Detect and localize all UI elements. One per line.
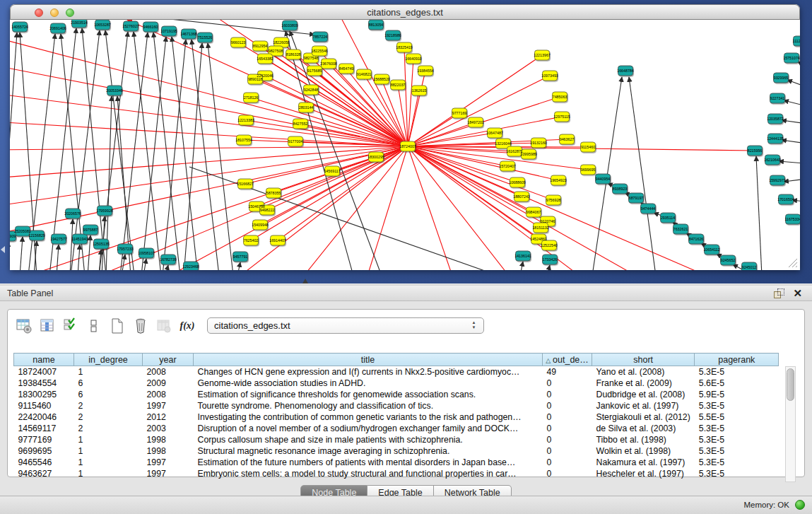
- graph-edge[interactable]: [99, 32, 128, 270]
- graph-edge[interactable]: [782, 140, 800, 144]
- column-header-pagerank[interactable]: pagerank: [695, 354, 779, 366]
- column-header-name[interactable]: name: [14, 354, 74, 366]
- cell-short[interactable]: Tibbo et al. (1998): [592, 434, 695, 445]
- network-canvas[interactable]: 1405572420691406219035141065328715276027…: [10, 20, 800, 270]
- graph-edge[interactable]: [57, 245, 59, 270]
- cell-out_degree[interactable]: 0: [543, 434, 592, 445]
- network-window-titlebar[interactable]: citations_edges.txt: [10, 4, 800, 20]
- cell-year[interactable]: 1997: [143, 400, 194, 411]
- cell-out_degree[interactable]: 0: [543, 411, 592, 423]
- cell-title[interactable]: Estimation of the future numbers of pati…: [194, 457, 543, 468]
- cell-short[interactable]: Stergiakouli et al. (2012): [592, 411, 695, 423]
- cell-in_degree[interactable]: 2: [74, 411, 143, 423]
- cell-short[interactable]: Yano et al. (2008): [592, 366, 695, 378]
- graph-edge[interactable]: [10, 146, 408, 150]
- cell-year[interactable]: 2003: [143, 423, 194, 434]
- cell-year[interactable]: 1997: [143, 468, 194, 479]
- cell-pagerank[interactable]: 5.3E-5: [695, 457, 779, 468]
- column-header-out_degree[interactable]: △out_de…: [543, 354, 592, 366]
- memory-status-indicator[interactable]: [795, 500, 805, 510]
- cell-title[interactable]: Genome-wide association studies in ADHD.: [194, 378, 543, 389]
- cell-year[interactable]: 2008: [143, 389, 194, 400]
- function-builder-button[interactable]: f(x): [178, 317, 196, 335]
- cell-year[interactable]: 1998: [143, 434, 194, 445]
- graph-edge[interactable]: [141, 37, 166, 270]
- graph-edge[interactable]: [547, 265, 550, 270]
- cell-pagerank[interactable]: 5.3E-5: [695, 366, 779, 378]
- graph-edge[interactable]: [782, 120, 800, 124]
- graph-edge[interactable]: [143, 259, 146, 270]
- graph-edge[interactable]: [798, 62, 800, 71]
- network-graph[interactable]: 1405572420691406219035141065328715276027…: [10, 20, 800, 270]
- cell-short[interactable]: Dudbridge et al. (2008): [592, 389, 695, 400]
- cell-short[interactable]: de Silva et al. (2003): [592, 423, 695, 434]
- cell-year[interactable]: 2009: [143, 378, 194, 389]
- delete-table-button[interactable]: [155, 317, 173, 335]
- cell-short[interactable]: Jankovic et al. (1997): [592, 400, 695, 411]
- cell-title[interactable]: Estimation of significance thresholds fo…: [194, 389, 543, 400]
- table-row[interactable]: 1872400712008Changes of HCN gene express…: [14, 366, 779, 378]
- cell-in_degree[interactable]: 1: [74, 457, 143, 468]
- cell-name[interactable]: 9777169: [14, 434, 74, 445]
- table-scrollbar-thumb[interactable]: [787, 368, 794, 401]
- table-scrollbar[interactable]: [785, 366, 796, 482]
- cell-title[interactable]: Embryonic stem cells: a model to study s…: [194, 468, 543, 479]
- delete-columns-button[interactable]: [131, 317, 150, 335]
- cell-name[interactable]: 9463627: [14, 468, 74, 479]
- cell-out_degree[interactable]: 0: [543, 457, 592, 468]
- cell-in_degree[interactable]: 6: [74, 378, 143, 389]
- cell-short[interactable]: Wolkin et al. (1998): [592, 445, 695, 457]
- cell-pagerank[interactable]: 5.3E-5: [695, 400, 779, 411]
- cell-out_degree[interactable]: 0: [543, 378, 592, 389]
- close-panel-icon[interactable]: ✕: [793, 287, 802, 300]
- show-columns-button[interactable]: [38, 317, 57, 335]
- cell-in_degree[interactable]: 1: [74, 434, 143, 445]
- select-all-button[interactable]: [61, 317, 80, 335]
- cell-pagerank[interactable]: 5.3E-5: [695, 468, 779, 479]
- graph-edge[interactable]: [520, 262, 523, 270]
- cell-year[interactable]: 1998: [143, 445, 194, 457]
- graph-edge[interactable]: [629, 77, 656, 270]
- cell-pagerank[interactable]: 5.5E-5: [695, 411, 779, 423]
- cell-out_degree[interactable]: 0: [543, 400, 592, 411]
- cell-title[interactable]: Disruption of a novel member of a sodium…: [194, 423, 543, 434]
- cell-out_degree[interactable]: 0: [543, 468, 592, 479]
- row-options-button[interactable]: [85, 317, 103, 335]
- cell-title[interactable]: Tourette syndrome. Phenomenology and cla…: [194, 400, 543, 411]
- cell-year[interactable]: 2012: [143, 411, 194, 423]
- cell-out_degree[interactable]: 49: [543, 366, 592, 378]
- cell-title[interactable]: Investigating the contribution of common…: [194, 411, 543, 423]
- cell-title[interactable]: Corpus callosum shape and size in male p…: [194, 434, 543, 445]
- table-mode-button[interactable]: [15, 317, 33, 335]
- table-row[interactable]: 946362711997Embryonic stem cells: a mode…: [14, 468, 779, 479]
- graph-edge[interactable]: [20, 237, 23, 270]
- left-splitter-handle-icon[interactable]: [1, 246, 5, 253]
- graph-edge[interactable]: [784, 178, 800, 182]
- cell-pagerank[interactable]: 5.9E-5: [695, 389, 779, 400]
- cell-pagerank[interactable]: 5.3E-5: [695, 423, 779, 434]
- cell-pagerank[interactable]: 5.6E-5: [695, 378, 779, 389]
- table-row[interactable]: 911546021997Tourette syndrome. Phenomeno…: [14, 400, 779, 411]
- cell-year[interactable]: 1997: [143, 457, 194, 468]
- cell-out_degree[interactable]: 0: [543, 423, 592, 434]
- table-row[interactable]: 969969511998Structural magnetic resonanc…: [14, 445, 779, 457]
- cell-out_degree[interactable]: 0: [543, 389, 592, 400]
- table-row[interactable]: 977716911998Corpus callosum shape and si…: [14, 434, 779, 445]
- float-window-icon[interactable]: [774, 288, 784, 298]
- column-header-year[interactable]: year: [143, 354, 194, 366]
- graph-edge[interactable]: [120, 33, 148, 270]
- graph-edge[interactable]: [408, 146, 707, 270]
- cell-name[interactable]: 22420046: [14, 411, 74, 423]
- cell-title[interactable]: Changes of HCN gene expression and I(f) …: [194, 366, 543, 378]
- graph-edge[interactable]: [208, 43, 233, 270]
- graph-edge[interactable]: [10, 146, 408, 206]
- graph-edge[interactable]: [78, 245, 80, 270]
- table-row[interactable]: 1456911722003Disruption of a novel membe…: [14, 423, 779, 434]
- cell-in_degree[interactable]: 2: [74, 423, 143, 434]
- cell-name[interactable]: 18300295: [14, 389, 74, 400]
- graph-edge[interactable]: [237, 262, 240, 270]
- graph-edge[interactable]: [163, 40, 186, 270]
- new-column-button[interactable]: [108, 317, 126, 335]
- cell-name[interactable]: 18724007: [14, 366, 74, 378]
- canvas-resize-grip[interactable]: [789, 259, 797, 267]
